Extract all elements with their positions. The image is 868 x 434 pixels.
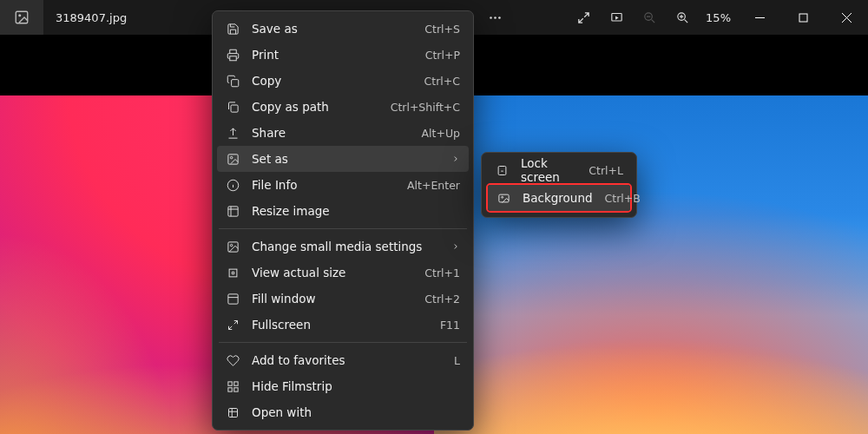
menu-set-as[interactable]: Set as	[217, 146, 469, 172]
copy-icon	[226, 74, 240, 88]
menu-copy-path[interactable]: Copy as path Ctrl+Shift+C	[217, 94, 469, 120]
svg-point-1	[18, 14, 21, 16]
menu-shortcut: Ctrl+1	[424, 266, 460, 279]
menu-shortcut: Ctrl+L	[589, 164, 623, 177]
menu-shortcut: Alt+Enter	[407, 179, 460, 192]
highlight-annotation: Background Ctrl+B	[486, 183, 632, 213]
svg-rect-11	[231, 105, 238, 112]
menu-label: Resize image	[252, 204, 460, 218]
menu-label: Print	[252, 48, 413, 62]
svg-rect-20	[227, 381, 231, 385]
svg-point-2	[490, 16, 492, 19]
menu-fullscreen[interactable]: Fullscreen F11	[217, 312, 469, 338]
menu-filmstrip[interactable]: Hide Filmstrip	[217, 373, 469, 399]
menu-shortcut: Ctrl+S	[424, 23, 460, 36]
menu-label: Background	[523, 191, 593, 205]
context-menu: Save as Ctrl+S Print Ctrl+P Copy Ctrl+C …	[212, 10, 474, 431]
menu-label: View actual size	[252, 266, 412, 279]
submenu-background[interactable]: Background Ctrl+B	[488, 185, 630, 211]
menu-label: Fill window	[252, 292, 412, 306]
svg-point-17	[230, 244, 233, 247]
menu-shortcut: Alt+Up	[422, 127, 460, 140]
menu-label: Share	[252, 126, 410, 140]
svg-rect-23	[233, 387, 237, 391]
menu-share[interactable]: Share Alt+Up	[217, 120, 469, 146]
svg-rect-9	[229, 56, 236, 60]
save-icon	[226, 22, 240, 36]
slideshow-button[interactable]	[602, 3, 631, 32]
menu-label: Set as	[252, 152, 439, 166]
svg-rect-12	[227, 154, 237, 163]
image-right-crop	[434, 95, 868, 434]
chevron-right-icon	[451, 153, 460, 166]
menu-label: Change small media settings	[252, 240, 439, 253]
menu-label: Copy	[252, 74, 412, 88]
menu-label: Hide Filmstrip	[252, 379, 460, 393]
expand-button[interactable]	[569, 3, 598, 32]
minimize-button[interactable]	[740, 0, 779, 35]
menu-shortcut: F11	[440, 319, 460, 332]
submenu-lock-screen[interactable]: Lock screen Ctrl+L	[486, 157, 632, 183]
fill-window-icon	[226, 292, 240, 306]
menu-label: Fullscreen	[252, 318, 428, 332]
set-as-icon	[226, 152, 240, 166]
menu-label: Copy as path	[252, 100, 378, 114]
menu-separator	[219, 228, 467, 229]
actual-size-icon	[226, 266, 240, 279]
maximize-button[interactable]	[783, 0, 823, 35]
menu-label: Add to favorites	[252, 353, 442, 367]
svg-rect-19	[227, 293, 237, 303]
menu-shortcut: Ctrl+B	[605, 192, 641, 205]
menu-resize[interactable]: Resize image	[217, 198, 469, 224]
share-icon	[226, 126, 240, 140]
menu-shortcut: Ctrl+P	[425, 49, 460, 62]
chevron-right-icon	[451, 240, 460, 253]
menu-shortcut: Ctrl+C	[424, 75, 460, 88]
zoom-level[interactable]: 15%	[700, 11, 736, 24]
titlebar-controls: 15%	[447, 0, 868, 35]
menu-small-media[interactable]: Change small media settings	[217, 233, 469, 260]
menu-label: Open with	[252, 405, 460, 419]
menu-open-with[interactable]: Open with	[217, 399, 469, 425]
menu-favorites[interactable]: Add to favorites L	[217, 347, 469, 373]
menu-label: Lock screen	[521, 156, 576, 184]
svg-point-4	[498, 16, 501, 19]
zoom-in-button[interactable]	[667, 3, 697, 32]
svg-rect-10	[231, 79, 238, 86]
menu-actual-size[interactable]: View actual size Ctrl+1	[217, 260, 469, 286]
filename-label: 3189407.jpg	[56, 11, 127, 24]
heart-icon	[226, 353, 240, 367]
menu-shortcut: Ctrl+Shift+C	[391, 101, 460, 114]
menu-fill-window[interactable]: Fill window Ctrl+2	[217, 286, 469, 312]
menu-label: Save as	[252, 22, 412, 36]
grid-icon	[226, 379, 240, 393]
zoom-out-button[interactable]	[635, 3, 664, 32]
svg-rect-21	[233, 381, 237, 385]
svg-rect-15	[227, 206, 237, 215]
svg-rect-8	[799, 14, 807, 22]
menu-save-as[interactable]: Save as Ctrl+S	[217, 16, 469, 42]
image-icon	[226, 240, 240, 253]
lock-screen-icon	[495, 163, 509, 177]
menu-shortcut: Ctrl+2	[424, 293, 460, 306]
app-icon	[0, 0, 43, 35]
set-as-submenu: Lock screen Ctrl+L Background Ctrl+B	[481, 152, 637, 218]
svg-rect-0	[16, 11, 28, 23]
menu-file-info[interactable]: File Info Alt+Enter	[217, 172, 469, 198]
print-icon	[226, 48, 240, 62]
more-button[interactable]	[480, 3, 510, 32]
close-button[interactable]	[826, 0, 866, 35]
fullscreen-icon	[226, 318, 240, 332]
menu-label: File Info	[252, 178, 395, 192]
menu-print[interactable]: Print Ctrl+P	[217, 42, 469, 68]
svg-point-13	[230, 156, 233, 159]
menu-separator	[219, 342, 467, 343]
menu-copy[interactable]: Copy Ctrl+C	[217, 68, 469, 94]
background-icon	[496, 191, 510, 205]
svg-rect-25	[498, 166, 506, 174]
resize-icon	[226, 204, 240, 218]
svg-point-27	[501, 196, 503, 198]
svg-rect-24	[228, 408, 237, 417]
menu-shortcut: L	[454, 354, 460, 367]
svg-point-3	[494, 16, 496, 19]
